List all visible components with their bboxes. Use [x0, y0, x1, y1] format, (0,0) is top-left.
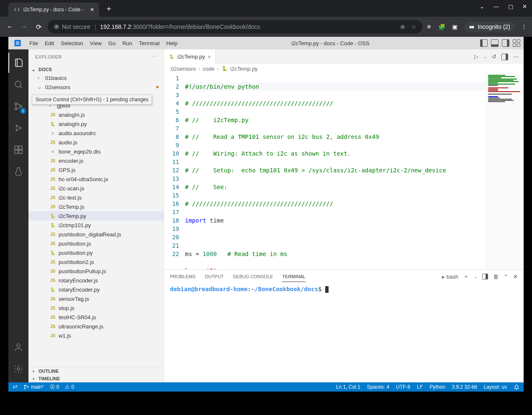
menu-go[interactable]: Go — [105, 40, 119, 46]
security-status[interactable]: Not secure — [54, 23, 90, 30]
panel-tab-problems[interactable]: PROBLEMS — [170, 272, 195, 282]
eol[interactable]: LF — [417, 384, 423, 390]
breadcrumbs[interactable]: 02sensors› code› 🐍 i2cTemp.py — [164, 64, 524, 73]
menu-run[interactable]: Run — [119, 40, 136, 46]
toggle-secondary-icon[interactable] — [502, 39, 509, 47]
explorer-more-icon[interactable]: ⋯ — [152, 54, 157, 59]
reload-button[interactable]: ⟳ — [33, 23, 44, 31]
activity-testing[interactable] — [8, 161, 28, 182]
file-pushbutton2-js[interactable]: JSpushbutton2.js — [28, 257, 164, 266]
file-rotaryEncoder-js[interactable]: JSrotaryEncoder.js — [28, 276, 164, 285]
toggle-sidebar-icon[interactable] — [480, 39, 488, 47]
language-mode[interactable]: Python — [429, 384, 445, 390]
tab-close-icon[interactable]: ✕ — [90, 7, 94, 13]
file-pushbuttonPullup-js[interactable]: JSpushbuttonPullup.js — [28, 266, 164, 276]
split-editor-icon[interactable] — [501, 54, 508, 60]
cursor-position[interactable]: Ln 1, Col 1 — [336, 384, 360, 390]
timeline-section[interactable]: ›TIMELINE — [28, 375, 164, 382]
menu-file[interactable]: File — [26, 40, 41, 46]
layout-grid-icon[interactable] — [513, 39, 520, 47]
file-w1-js[interactable]: JSw1.js — [28, 331, 164, 340]
url-bar[interactable]: Not secure | 192.168.7.2:3000/?folder=/h… — [48, 20, 422, 33]
remote-indicator[interactable]: ⮂ — [13, 384, 18, 390]
folder-root[interactable]: ⌄DOCS — [28, 66, 164, 73]
outline-section[interactable]: ›OUTLINE — [28, 367, 164, 375]
new-tab-button[interactable]: ＋ — [105, 3, 113, 13]
minimize-icon[interactable]: — — [493, 3, 499, 10]
python-interpreter[interactable]: 3.9.2 32-bit — [452, 384, 477, 390]
git-branch[interactable]: main* — [23, 384, 44, 390]
menu-icon[interactable]: ⋮ — [521, 23, 527, 30]
keyboard-layout[interactable]: Layout: us — [484, 384, 507, 390]
extension-icon[interactable]: ✳ — [427, 23, 432, 30]
panel-tab-output[interactable]: OUTPUT — [205, 272, 224, 282]
file-i2ctmp101-py[interactable]: 🐍i2ctmp101.py — [28, 220, 164, 230]
panel-tab-terminal[interactable]: TERMINAL — [282, 272, 306, 282]
file-analogIn-js[interactable]: JSanalogIn.js — [28, 110, 164, 119]
run-dropdown-icon[interactable]: ⌄ — [483, 54, 487, 59]
file-pushbutton-js[interactable]: JSpushbutton.js — [28, 239, 164, 248]
menu-edit[interactable]: Edit — [41, 40, 57, 46]
run-button[interactable]: ▷ — [474, 54, 478, 60]
split-terminal-icon[interactable] — [482, 274, 488, 279]
terminal-profile[interactable]: ▸ bash — [442, 274, 458, 280]
folder-01basics[interactable]: ›01basics — [28, 73, 164, 82]
activity-search[interactable] — [8, 74, 28, 95]
close-window-icon[interactable]: ✕ — [522, 3, 527, 10]
minimap[interactable] — [486, 73, 524, 269]
file-i2cTemp-py[interactable]: 🐍i2cTemp.py — [28, 211, 164, 220]
editor-tab-active[interactable]: 🐍 i2cTemp.py × — [164, 49, 216, 64]
file-bone_eqep2b-dts[interactable]: ≡bone_eqep2b.dts — [28, 147, 164, 156]
indentation[interactable]: Spaces: 4 — [367, 384, 389, 390]
menu-view[interactable]: View — [87, 40, 105, 46]
file-encoder-js[interactable]: JSencoder.js — [28, 156, 164, 165]
file-sensorTag-js[interactable]: JSsensorTag.js — [28, 294, 164, 303]
file-ultrasonicRange-js[interactable]: JSultrasonicRange.js — [28, 322, 164, 331]
menu-terminal[interactable]: Terminal — [136, 40, 163, 46]
file-pushbutton-py[interactable]: 🐍pushbutton.py — [28, 248, 164, 257]
star-icon[interactable]: ☆ — [411, 23, 416, 30]
forward-button[interactable]: → — [19, 23, 29, 31]
file-testHC-SR04-js[interactable]: JStestHC-SR04.js — [28, 313, 164, 322]
browser-tab[interactable]: i2cTemp.py - docs - Code - ✕ — [8, 3, 99, 17]
kill-terminal-icon[interactable]: 🗑 — [493, 274, 499, 280]
warnings-count[interactable]: ⚠ 0 — [65, 384, 74, 390]
encoding[interactable]: UTF-8 — [396, 384, 410, 390]
file-GPS-js[interactable]: JSGPS.js — [28, 165, 164, 174]
file-pushbutton_digitalRead-js[interactable]: JSpushbutton_digitalRead.js — [28, 230, 164, 239]
activity-extensions[interactable] — [8, 140, 28, 160]
chevron-down-icon[interactable]: ⌄ — [480, 3, 484, 10]
tab-close-icon[interactable]: × — [208, 54, 211, 60]
activity-explorer[interactable] — [8, 53, 28, 73]
activity-accounts[interactable] — [8, 337, 28, 357]
activity-run-debug[interactable] — [8, 118, 28, 138]
file-i2c-test-js[interactable]: JSi2c-test.js — [28, 193, 164, 202]
terminal[interactable]: debian@breadboard-home:~/BoneCookbook/do… — [164, 283, 524, 382]
puzzle-icon[interactable]: 🧩 — [438, 23, 445, 30]
file-rotaryEncoder-py[interactable]: 🐍rotaryEncoder.py — [28, 285, 164, 294]
close-panel-icon[interactable]: ✕ — [513, 274, 518, 280]
code-editor[interactable]: 12345678910111213141516171819202122 #!/u… — [164, 73, 524, 269]
activity-settings[interactable] — [8, 359, 28, 379]
maximize-icon[interactable]: ▢ — [508, 3, 513, 10]
file-i2c-scan-js[interactable]: JSi2c-scan.js — [28, 184, 164, 193]
terminal-dropdown-icon[interactable]: ⌄ — [474, 274, 477, 279]
code-content[interactable]: #!/usr/bin/env python # ////////////////… — [185, 73, 486, 269]
menu-selection[interactable]: Selection — [57, 40, 86, 46]
file-hc-sr04-ultraSonic-js[interactable]: JShc-sr04-ultraSonic.js — [28, 174, 164, 184]
history-icon[interactable]: ↺ — [492, 54, 496, 60]
new-terminal-icon[interactable]: ＋ — [463, 273, 469, 280]
editor-more-icon[interactable]: ⋯ — [513, 54, 519, 60]
file-audio-asoundrc[interactable]: ≡audio.asoundrc — [28, 128, 164, 138]
file-stop-js[interactable]: JSstop.js — [28, 303, 164, 313]
incognito-badge[interactable]: Incognito (2) — [464, 22, 514, 32]
activity-source-control[interactable]: 1 — [8, 96, 28, 116]
file-i2cTemp-js[interactable]: JSi2cTemp.js — [28, 202, 164, 211]
menu-help[interactable]: Help — [163, 40, 181, 46]
notifications-icon[interactable] — [514, 384, 519, 390]
folder-02sensors[interactable]: ⌄02sensors — [28, 82, 164, 92]
file-audio-js[interactable]: JSaudio.js — [28, 138, 164, 147]
back-button[interactable]: ← — [5, 23, 15, 31]
file-analogIn-py[interactable]: 🐍analogIn.py — [28, 119, 164, 128]
zoom-icon[interactable]: ⊕ — [400, 23, 405, 30]
